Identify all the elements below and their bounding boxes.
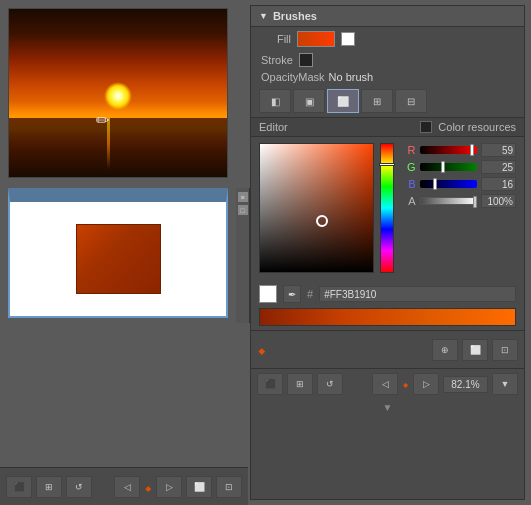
editor-header: Editor Color resources: [251, 118, 524, 137]
b-value[interactable]: 16: [481, 177, 516, 191]
panel-bottom-bar: ⬥ ⊕ ⬜ ⊡: [251, 330, 524, 368]
editor-menu-icon[interactable]: [420, 121, 432, 133]
zoom-bar: ⬛ ⊞ ↺ ◁ ⬥ ▷ 82.1% ▼: [251, 368, 524, 399]
rotate-view-btn[interactable]: ↺: [317, 373, 343, 395]
collapse-icon: ▼: [259, 11, 268, 21]
hue-indicator: [379, 163, 395, 166]
panel-header: ▼ Brushes: [251, 6, 524, 27]
color-picker-area: R 59 G 25 B 16 A: [251, 137, 524, 282]
color-indicator: ⬥: [257, 341, 267, 359]
color-preview-bar: [259, 308, 516, 326]
panel-title: Brushes: [273, 10, 317, 22]
page-icon-btn2[interactable]: ⊡: [216, 476, 242, 498]
bottom-left-toolbar: ⬛ ⊞ ↺ ◁ ⬥ ▷ ⬜ ⊡: [0, 467, 248, 505]
next-btn[interactable]: ▷: [413, 373, 439, 395]
r-row: R 59: [404, 143, 517, 157]
r-label: R: [404, 144, 416, 156]
colored-rectangle: [76, 224, 161, 294]
r-value[interactable]: 59: [481, 143, 516, 157]
zoom-dropdown-btn[interactable]: ▼: [492, 373, 518, 395]
fill-swatch[interactable]: [297, 31, 335, 47]
color-picker-cursor[interactable]: [316, 215, 328, 227]
hex-row: ✒ #: [251, 282, 524, 306]
canvas-view-btn[interactable]: ⬛: [6, 476, 32, 498]
a-thumb: [473, 196, 477, 208]
chevron-down-icon: ▼: [383, 402, 393, 413]
g-thumb: [441, 161, 445, 173]
hue-slider[interactable]: [380, 143, 394, 273]
a-slider[interactable]: [420, 197, 478, 205]
add-swatch-btn[interactable]: ⊕: [432, 339, 458, 361]
r-slider[interactable]: [420, 146, 478, 154]
pattern-tool-btn[interactable]: ⊞: [361, 89, 393, 113]
grid-btn[interactable]: ⊞: [287, 373, 313, 395]
zoom-value[interactable]: 82.1%: [443, 376, 488, 393]
stroke-label: Stroke: [261, 54, 293, 66]
prev-page-btn[interactable]: ◁: [114, 476, 140, 498]
color-tool-btn[interactable]: ⬜: [327, 89, 359, 113]
panel-options-btn[interactable]: ⊡: [492, 339, 518, 361]
swatch-tool-btn[interactable]: ⊟: [395, 89, 427, 113]
color-gradient-dark: [260, 144, 373, 272]
fill-row: Fill: [251, 27, 524, 51]
g-row: G 25: [404, 160, 517, 174]
b-label: B: [404, 178, 416, 190]
a-value[interactable]: 100%: [481, 194, 516, 208]
canvas-inner: [10, 202, 226, 316]
eyedropper-btn[interactable]: ✒: [283, 285, 301, 303]
sunset-sun: [104, 82, 132, 110]
a-label: A: [404, 195, 416, 207]
prev-btn[interactable]: ◁: [372, 373, 398, 395]
opacity-mask-row: OpacityMask No brush: [251, 69, 524, 85]
fill-label: Fill: [261, 33, 291, 45]
page-dot: ⬥: [402, 377, 409, 391]
sunset-water: [9, 118, 227, 177]
g-label: G: [404, 161, 416, 173]
b-thumb: [433, 178, 437, 190]
next-page-btn[interactable]: ▷: [156, 476, 182, 498]
lower-canvas: [8, 188, 228, 318]
page-btn[interactable]: ⊞: [36, 476, 62, 498]
b-slider[interactable]: [420, 180, 478, 188]
gradient-tool-btn[interactable]: ◧: [259, 89, 291, 113]
g-value[interactable]: 25: [481, 160, 516, 174]
hash-symbol: #: [307, 288, 313, 300]
stroke-row: Stroke: [251, 51, 524, 69]
no-brush-value: No brush: [329, 71, 374, 83]
sunset-canvas: ✎: [8, 8, 228, 178]
tool-buttons-row: ◧ ▣ ⬜ ⊞ ⊟: [251, 85, 524, 118]
rgba-section: R 59 G 25 B 16 A: [400, 143, 517, 276]
brushes-panel: ▼ Brushes Fill Stroke OpacityMask No bru…: [250, 5, 525, 500]
editor-label: Editor: [259, 121, 420, 133]
bottom-chevron: ▼: [251, 399, 524, 415]
sidebar-icon-2: □: [238, 205, 248, 215]
hex-input[interactable]: [319, 286, 516, 302]
stroke-swatch[interactable]: [299, 53, 313, 67]
page-icon-btn[interactable]: ⬜: [186, 476, 212, 498]
page-nav-btn[interactable]: ⬜: [462, 339, 488, 361]
a-row: A 100%: [404, 194, 517, 208]
white-swatch[interactable]: [259, 285, 277, 303]
color-gradient-picker[interactable]: [259, 143, 374, 273]
solid-tool-btn[interactable]: ▣: [293, 89, 325, 113]
rotate-btn[interactable]: ↺: [66, 476, 92, 498]
g-slider[interactable]: [420, 163, 478, 171]
sunset-background: ✎: [9, 9, 227, 177]
b-row: B 16: [404, 177, 517, 191]
r-thumb: [470, 144, 474, 156]
page-indicator: ⬥: [144, 479, 152, 495]
left-sidebar: ≡ □: [236, 188, 250, 323]
opacity-mask-label: OpacityMask: [261, 71, 325, 83]
color-resources-label: Color resources: [438, 121, 516, 133]
fill-white-box[interactable]: [341, 32, 355, 46]
view-toggle-btn[interactable]: ⬛: [257, 373, 283, 395]
sidebar-icon-1: ≡: [238, 192, 248, 202]
